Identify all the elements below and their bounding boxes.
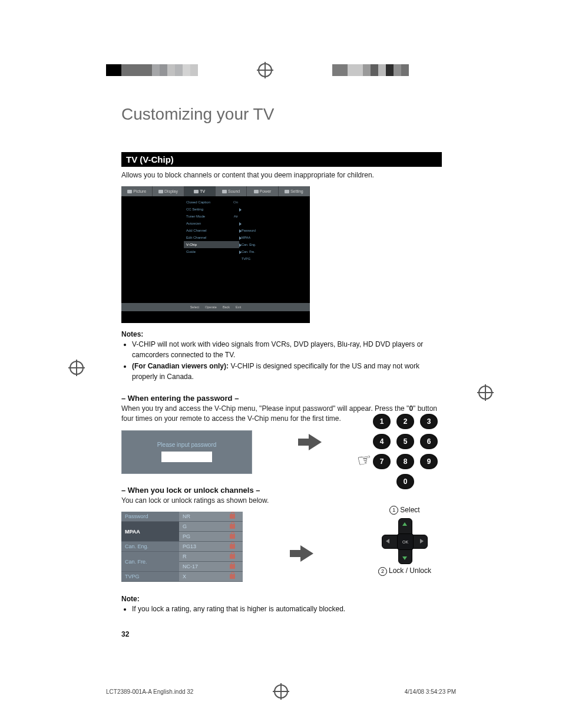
- password-dialog: Please input password: [121, 430, 252, 474]
- reg-block: [106, 64, 121, 76]
- osd-tab-display: Display: [153, 186, 184, 196]
- footer-left: LCT2389-001A-A English.indd 32: [106, 689, 193, 695]
- lock-icon: [230, 554, 235, 559]
- note-item: V-CHIP will not work with video signals …: [132, 340, 442, 360]
- osd-item-selected: V-Chip: [184, 241, 239, 248]
- password-input-field: [161, 452, 212, 462]
- keypad-1: 1: [373, 414, 391, 429]
- note-item: If you lock a rating, any rating that is…: [132, 604, 442, 614]
- osd-body: Closed CaptionOn CC Setting Tuner ModeAi…: [121, 196, 310, 311]
- osd-item: CC Setting: [184, 206, 239, 213]
- keypad-5: 5: [396, 434, 414, 449]
- osd-sub-item: MPAA: [240, 234, 260, 241]
- osd-tab-power: Power: [247, 186, 278, 196]
- note2-heading: Note:: [121, 595, 442, 603]
- keypad-0: 0: [396, 474, 414, 489]
- password-dialog-text: Please input password: [157, 442, 217, 448]
- reg-tiles: [332, 64, 409, 76]
- dpad-left: [382, 535, 398, 549]
- osd-sub-item: TVPG: [240, 255, 260, 262]
- dpad-right: [411, 535, 428, 549]
- keypad-6: 6: [420, 434, 438, 449]
- lock-icon: [230, 524, 235, 529]
- rating-cell: NC-17: [179, 562, 222, 572]
- rating-cell: X: [179, 572, 222, 582]
- arrow-right-icon: [300, 545, 313, 562]
- osd-tab-tv: TV: [184, 186, 216, 196]
- osd-screenshot: Picture Display TV Sound Power Setting C…: [121, 186, 310, 323]
- osd-sub-item: Can. Eng.: [240, 241, 260, 248]
- picture-icon: [127, 190, 132, 193]
- osd-item: Tuner ModeAir: [184, 213, 239, 220]
- page-number: 32: [121, 630, 442, 638]
- remote-dpad-diagram: 1Select OK 2Lock / Unlock: [370, 506, 439, 576]
- lock-icon: [230, 534, 235, 539]
- keypad-9: 9: [420, 454, 438, 469]
- osd-item: Add Channel: [184, 227, 239, 234]
- dpad-down: [398, 548, 412, 564]
- display-icon: [158, 190, 163, 193]
- footer-registration-mark: [274, 684, 288, 700]
- dpad-ok: OK: [397, 533, 414, 550]
- lock-icon: [230, 514, 235, 519]
- lock-left-item: Can. Eng.: [121, 542, 179, 552]
- registration-mark-icon: [258, 63, 272, 77]
- notes-heading: Notes:: [121, 330, 442, 338]
- lock-left-item: Can. Fre.: [121, 552, 179, 572]
- lock-icon: [230, 564, 235, 569]
- remote-keypad: 123 456 789 0: [372, 414, 438, 494]
- rating-cell: R: [179, 552, 222, 562]
- lock-left-item: Password: [121, 512, 179, 522]
- reg-block: [121, 64, 152, 76]
- dpad-label-lockunlock: 2Lock / Unlock: [370, 566, 439, 575]
- lock-left-item: TVPG: [121, 572, 179, 582]
- registration-mark-left: [70, 361, 84, 375]
- note-item: (For Canadian viewers only): V-CHIP is d…: [132, 361, 442, 382]
- dpad-up: [398, 518, 412, 535]
- osd-sub-item: Can. Fre.: [240, 248, 260, 255]
- power-icon: [254, 190, 259, 193]
- osd-menu-list: Closed CaptionOn CC Setting Tuner ModeAi…: [184, 199, 239, 255]
- tv-icon: [194, 190, 199, 193]
- osd-footer-hints: SelectOperateBackExit: [121, 303, 310, 311]
- osd-item: Edit Channel: [184, 234, 239, 241]
- keypad-2: 2: [396, 414, 414, 429]
- osd-tabs: Picture Display TV Sound Power Setting: [121, 186, 310, 196]
- dpad-label-select: 1Select: [370, 506, 439, 515]
- osd-sub-item: Password: [240, 227, 260, 234]
- rating-cell: G: [179, 522, 222, 532]
- notes-list: V-CHIP will not work with video signals …: [121, 340, 442, 382]
- footer-right: 4/14/08 3:54:23 PM: [405, 689, 456, 695]
- keypad-4: 4: [373, 434, 391, 449]
- print-footer: LCT2389-001A-A English.indd 32 4/14/08 3…: [106, 689, 456, 695]
- setting-icon: [285, 190, 289, 193]
- rating-cell: PG13: [179, 542, 222, 552]
- keypad-8: 8: [396, 454, 414, 469]
- triangle-down-icon: [402, 556, 407, 560]
- note2-list: If you lock a rating, any rating that is…: [121, 604, 442, 614]
- ratings-lock-table: PasswordNR MPAAG PG Can. Eng.PG13 Can. F…: [121, 512, 243, 582]
- dpad: OK: [382, 518, 428, 564]
- sound-icon: [222, 190, 227, 193]
- triangle-right-icon: [420, 539, 424, 543]
- osd-item: Guide: [184, 248, 239, 255]
- circled-2-icon: 2: [378, 567, 387, 576]
- registration-mark-right: [478, 386, 492, 400]
- osd-item: Closed CaptionOn: [184, 199, 239, 206]
- rating-cell: PG: [179, 532, 222, 542]
- lock-icon: [230, 574, 235, 579]
- intro-text: Allows you to block channels or content …: [121, 170, 442, 180]
- subheading-password: – When entering the password –: [121, 394, 442, 403]
- osd-tab-picture: Picture: [121, 186, 153, 196]
- manual-page: Customizing your TV TV (V-Chip) Allows y…: [0, 0, 562, 728]
- lock-left-item-selected: MPAA: [121, 522, 179, 542]
- keypad-3: 3: [420, 414, 438, 429]
- lock-icon: [230, 544, 235, 549]
- triangle-left-icon: [386, 539, 389, 543]
- osd-tab-sound: Sound: [216, 186, 247, 196]
- reg-tiles: [152, 64, 198, 76]
- page-title: Customizing your TV: [121, 105, 442, 124]
- osd-submenu: Password MPAA Can. Eng. Can. Fre. TVPG: [240, 227, 260, 262]
- section-header: TV (V-Chip): [121, 152, 442, 167]
- rating-cell: NR: [179, 512, 222, 522]
